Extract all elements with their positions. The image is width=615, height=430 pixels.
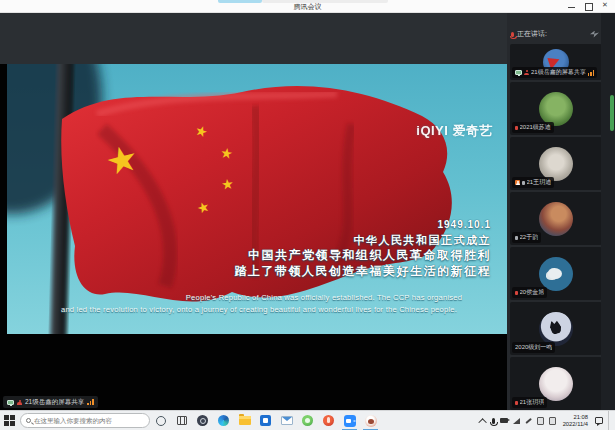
caption-line: 中华人民共和国正式成立 [235,233,492,249]
fox-app-button[interactable] [360,411,381,430]
avatar [539,312,573,346]
window-titlebar: 腾讯会议 [0,0,615,13]
participant-tile[interactable]: 21张玥琪 [510,357,602,410]
microphone-icon[interactable] [492,418,495,424]
red-app-icon [323,415,334,426]
ime-indicator[interactable] [549,417,556,425]
participant-name: 2020级刘一鸣 [515,343,552,352]
clock-date: 2022/11/4 [563,421,588,428]
subtitle-line: People's Republic of China was officiall… [7,292,507,304]
edge-button[interactable] [213,411,234,430]
speaking-header: 正在讲话: [507,27,615,41]
taskbar-search[interactable] [20,413,150,428]
participant-name: 22于韵 [520,233,539,242]
video-caption: 1949.10.1 中华人民共和国正式成立 中国共产党领导和组织人民革命取得胜利… [235,217,492,279]
mail-icon [281,416,293,425]
participant-tile[interactable]: 22于韵 [510,192,602,245]
mic-icon [515,401,518,405]
signal-strength-icon [87,399,94,405]
participant-tile[interactable]: 21王玥迪 [510,137,602,190]
participant-tile[interactable]: 2021级苏迪 [510,82,602,135]
start-button[interactable] [0,411,18,430]
clock-time: 21:08 [563,414,588,421]
steam-button[interactable] [192,411,213,430]
green-app-icon [302,415,313,426]
background-tab [218,0,262,3]
pen-icon[interactable] [525,418,531,424]
svg-text:★: ★ [219,144,234,162]
monitor-icon [7,400,14,405]
close-button[interactable] [601,2,610,11]
active-mic-icon [511,32,514,37]
scrollbar-thumb[interactable] [610,95,614,131]
tencent-meeting-icon [344,415,356,427]
windows-taskbar: 21:08 2022/11/4 [0,410,615,430]
windows-logo-icon [4,415,15,426]
participant-name: 20侯金旭 [520,288,545,297]
search-input[interactable] [34,417,144,424]
member-icon [515,180,520,185]
layout-toggle-icon[interactable] [590,31,599,38]
camera-icon[interactable] [500,418,508,423]
taskbar-clock[interactable]: 21:08 2022/11/4 [561,414,590,428]
mic-icon [522,181,525,185]
chevron-up-icon[interactable] [478,418,486,426]
system-tray: 21:08 2022/11/4 [481,411,615,430]
blue-app-button[interactable] [255,411,276,430]
file-explorer-button[interactable] [234,411,255,430]
mic-icon [515,291,518,295]
caption-date: 1949.10.1 [235,217,492,233]
english-subtitle: People's Republic of China was officiall… [7,292,507,315]
search-icon [26,418,31,423]
subtitle-line: and led the revolution to victory, onto … [7,304,507,316]
screen: 腾讯会议 [0,0,615,430]
task-view-button[interactable] [171,411,192,430]
avatar [539,92,573,126]
steam-icon [197,415,208,426]
network-icon[interactable] [513,418,520,424]
action-center-icon[interactable] [595,417,603,424]
mic-icon [515,126,518,130]
minimize-button[interactable] [567,2,576,11]
mic-icon [515,236,518,240]
participant-name: 2021级苏迪 [520,123,551,132]
avatar [539,367,573,401]
task-view-icon [177,416,187,425]
cortana-button[interactable] [150,411,171,430]
scrollbar-track[interactable] [601,13,615,410]
meeting-toolbar-area [0,13,507,64]
screen-share-banner: 21级岳鑫的屏幕共享 [3,396,98,408]
participant-tile[interactable]: 20侯金旭 [510,247,602,300]
presenter-icon [17,400,22,405]
share-banner-label: 21级岳鑫的屏幕共享 [25,398,84,407]
participant-tile-screen-share[interactable]: 21级岳鑫的屏幕共享 [510,44,602,80]
participants-panel: 正在讲话: 21级岳鑫的屏幕共享 2021级苏迪 [507,13,615,410]
avatar [539,147,573,181]
edge-icon [218,415,229,426]
speaking-label: 正在讲话: [517,29,547,39]
folder-icon [239,416,251,425]
tencent-meeting-button[interactable] [339,411,360,430]
shared-screen-video: ★ ★ ★ ★ ★ iQIYI 爱奇艺 1949.10.1 中华人民共和国正式成… [7,64,507,334]
participant-name: 21张玥琪 [520,398,545,407]
cortana-icon [156,416,166,426]
iqiyi-watermark: iQIYI 爱奇艺 [416,122,493,140]
show-desktop-button[interactable] [608,411,612,430]
participant-tile[interactable]: 2020级刘一鸣 [510,302,602,355]
caption-line: 中国共产党领导和组织人民革命取得胜利 [235,248,492,264]
maximize-button[interactable] [584,2,593,11]
presenter-icon [524,70,529,75]
green-app-button[interactable] [297,411,318,430]
avatar [539,257,573,291]
monitor-icon [515,70,522,75]
participant-name: 21级岳鑫的屏幕共享 [531,68,586,77]
fox-app-icon [365,415,377,427]
background-tab [262,0,388,3]
mail-button[interactable] [276,411,297,430]
ime-indicator[interactable] [537,417,544,425]
blue-app-icon [260,415,271,426]
signal-strength-icon [588,70,595,76]
avatar [539,202,573,236]
red-app-button[interactable] [318,411,339,430]
participant-name: 21王玥迪 [527,178,552,187]
